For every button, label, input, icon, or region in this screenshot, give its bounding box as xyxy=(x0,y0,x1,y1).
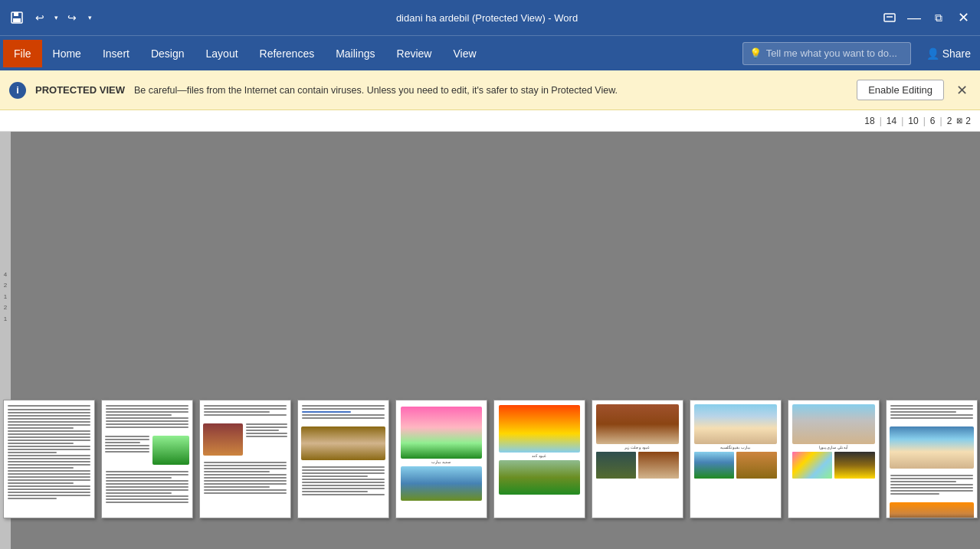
thumbnails-row: سديد بيارب غيود كند غيود و چلت زير xyxy=(0,384,980,534)
page-thumb-3[interactable] xyxy=(199,400,291,518)
page5-content: سديد بيارب xyxy=(396,400,487,466)
zoom-controls: 18 | 14 | 10 | 6 | 2 ⊠ 2 xyxy=(864,116,971,126)
page9-photo-tr xyxy=(834,452,875,479)
zoom-divider2: | xyxy=(901,116,903,126)
page-thumb-9[interactable]: آيه نلي ساری پيورا xyxy=(788,400,880,518)
menu-view[interactable]: View xyxy=(442,40,487,67)
menu-references[interactable]: References xyxy=(249,40,326,67)
page-thumb-5[interactable]: سديد بيارب xyxy=(395,400,487,518)
content-area: 4 2 1 2 1 xyxy=(0,132,980,549)
page2-photo xyxy=(152,436,189,465)
page5-lower-photo xyxy=(396,466,487,504)
protected-info-icon: i xyxy=(9,82,26,99)
minimize-button[interactable]: — xyxy=(903,7,925,28)
menu-insert[interactable]: Insert xyxy=(92,40,140,67)
ruler-1b: 1 xyxy=(4,314,7,325)
page7-caption1: غيود و چلت زير xyxy=(596,444,679,450)
protected-view-label: PROTECTED VIEW xyxy=(35,84,125,96)
page2-text-below xyxy=(102,466,192,509)
page7-grid xyxy=(592,452,683,482)
page9-photo-tl xyxy=(792,452,833,479)
svg-rect-3 xyxy=(884,14,895,21)
search-input[interactable] xyxy=(766,47,904,59)
menu-mailings[interactable]: Mailings xyxy=(325,40,385,67)
ruler-1: 1 xyxy=(4,292,7,302)
save-button[interactable] xyxy=(6,7,28,28)
page5-lake-photo xyxy=(401,466,482,501)
page10-lower-area: ئيبو: سائرئل xyxy=(887,501,977,518)
zoom-level-6: 6 xyxy=(930,116,936,126)
page10-text-below xyxy=(887,470,977,501)
share-label: Share xyxy=(942,47,971,60)
page-thumb-4[interactable] xyxy=(297,400,389,518)
undo-dropdown[interactable]: ▾ xyxy=(51,8,61,27)
menu-bar: File Home Insert Design Layout Reference… xyxy=(0,35,980,70)
enable-editing-button[interactable]: Enable Editing xyxy=(857,80,944,100)
restore-button[interactable]: ⧉ xyxy=(928,7,949,28)
page8-photo-tl xyxy=(694,452,735,479)
page6-landscape-photo xyxy=(499,460,580,495)
page3-text-below xyxy=(200,457,290,500)
title-bar-controls: ↩ ▾ ↪ ▾ xyxy=(6,7,95,28)
customize-qat-button[interactable]: ▾ xyxy=(84,8,95,27)
protected-close-button[interactable]: ✕ xyxy=(953,82,971,99)
restore-help-button[interactable] xyxy=(879,7,900,28)
protected-view-bar: i PROTECTED VIEW Be careful—files from t… xyxy=(0,70,980,110)
menu-review[interactable]: Review xyxy=(386,40,443,67)
redo-button[interactable]: ↪ xyxy=(63,8,81,27)
page3-building-photo xyxy=(203,423,243,456)
window-controls: — ⧉ ✕ xyxy=(879,7,974,28)
zoom-level-18: 18 xyxy=(864,116,874,126)
menu-home[interactable]: Home xyxy=(42,40,92,67)
menu-layout[interactable]: Layout xyxy=(195,40,249,67)
svg-rect-1 xyxy=(14,12,18,16)
page6-sunset-photo xyxy=(499,405,580,453)
page3-content xyxy=(200,400,290,422)
page7-photo-tl xyxy=(596,452,637,479)
page6-lower-photo xyxy=(494,460,585,498)
share-button[interactable]: 👤 Share xyxy=(920,44,977,63)
page-thumb-2[interactable] xyxy=(101,400,193,518)
protected-view-message: Be careful—files from the Internet can c… xyxy=(134,85,847,96)
page-thumb-8[interactable]: بيارب بقيو تگلسيه xyxy=(690,400,782,518)
page-thumb-1[interactable] xyxy=(3,400,95,518)
page6-caption1: غيود كند xyxy=(499,453,580,459)
page-thumb-7[interactable]: غيود و چلت زير xyxy=(592,400,683,518)
zoom-row: 18 | 14 | 10 | 6 | 2 ⊠ 2 xyxy=(0,110,980,132)
zoom-level-10: 10 xyxy=(908,116,918,126)
ruler-2: 2 xyxy=(4,280,7,291)
page-thumb-6[interactable]: غيود كند xyxy=(493,400,585,518)
page8-content: بيارب بقيو تگلسيه xyxy=(690,400,781,452)
page2-content xyxy=(102,400,192,434)
page9-caption1: آيه نلي ساری پيورا xyxy=(792,444,875,450)
page4-text-below xyxy=(298,462,388,502)
page5-flower-photo xyxy=(401,407,482,459)
search-box[interactable]: 💡 xyxy=(742,42,911,65)
zoom-level-14: 14 xyxy=(887,116,896,126)
share-icon: 👤 xyxy=(926,47,939,60)
zoom-divider3: | xyxy=(923,116,926,126)
page8-dome-photo xyxy=(694,404,777,444)
page8-photo-tr xyxy=(736,452,777,479)
close-button[interactable]: ✕ xyxy=(952,7,974,28)
page3-photo-area xyxy=(200,422,290,457)
undo-button[interactable]: ↩ xyxy=(31,8,49,27)
page9-mosque-photo xyxy=(792,404,875,444)
page2-photo-area xyxy=(102,434,192,466)
page10-photo-area xyxy=(887,425,977,470)
page9-grid xyxy=(788,452,879,482)
zoom-current-icon: ⊠ xyxy=(956,116,962,125)
page4-interior-photo xyxy=(301,426,385,460)
page8-caption1: بيارب بقيو تگلسيه xyxy=(694,444,777,450)
undo-redo-group: ↩ ▾ ↪ xyxy=(31,8,81,27)
page6-content: غيود كند xyxy=(494,400,585,460)
page-thumb-10[interactable]: ئيبو: سائرئل xyxy=(886,400,978,518)
page7-content: غيود و چلت زير xyxy=(592,400,683,452)
ruler-4: 4 xyxy=(4,270,7,280)
window-title: didani ha ardebil (Protected View) - Wor… xyxy=(95,12,879,24)
ruler-2b: 2 xyxy=(4,302,7,313)
zoom-level-2: 2 xyxy=(947,116,952,126)
menu-design[interactable]: Design xyxy=(140,40,195,67)
menu-file[interactable]: File xyxy=(3,40,42,67)
zoom-divider4: | xyxy=(940,116,942,126)
